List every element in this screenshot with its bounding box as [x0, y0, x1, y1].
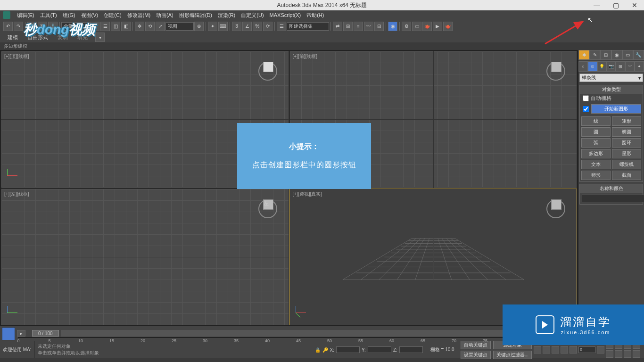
menu-animation[interactable]: 动画(A) [153, 12, 176, 19]
donut-button[interactable]: 圆环 [612, 138, 641, 148]
display-tab[interactable]: ▭ [622, 50, 633, 60]
category-dropdown[interactable]: 样条线 ▾ [579, 74, 643, 82]
shapes-subtab[interactable]: ⊙ [588, 61, 597, 72]
named-selection-dropdown[interactable]: 图建选择集 [287, 22, 329, 31]
prev-frame-button[interactable] [543, 346, 550, 354]
star-button[interactable]: 星形 [612, 149, 641, 158]
start-new-checkbox[interactable] [583, 106, 589, 112]
spinner-snap-button[interactable]: ⟳ [263, 22, 272, 31]
named-sel-button[interactable]: ☰ [277, 22, 286, 31]
render-frame-button[interactable]: ▭ [412, 22, 421, 31]
object-name-input[interactable] [582, 195, 644, 202]
helpers-subtab[interactable]: ⊞ [616, 61, 625, 72]
text-button[interactable]: 文本 [581, 160, 611, 169]
ellipse-button[interactable]: 椭圆 [612, 127, 641, 137]
undo-button[interactable]: ↶ [3, 22, 13, 31]
snap-toggle-button[interactable]: 3 [232, 22, 241, 31]
cameras-subtab[interactable]: 📷 [607, 61, 616, 72]
autogrid-checkbox[interactable] [583, 95, 589, 101]
ref-coord-dropdown[interactable]: 视图 [165, 22, 194, 31]
app-icon[interactable] [3, 11, 10, 19]
motion-tab[interactable]: ◉ [611, 50, 622, 60]
viewport-label-top[interactable]: [+][顶][线框] [4, 53, 29, 60]
max-toggle-button[interactable] [633, 350, 640, 358]
play-button[interactable]: ▸ [17, 330, 25, 337]
helix-button[interactable]: 螺旋线 [612, 160, 641, 169]
systems-subtab[interactable]: ✦ [635, 61, 644, 72]
menu-edit[interactable]: 编辑(E) [14, 12, 37, 19]
maximize-button[interactable]: ▢ [606, 0, 625, 10]
menu-customize[interactable]: 自定义(U) [238, 12, 266, 19]
pivot-button[interactable]: ⊕ [194, 22, 204, 31]
render-prod-button[interactable]: ▶ [433, 22, 442, 31]
current-frame-input[interactable] [578, 346, 595, 353]
setkey-button[interactable]: 设置关键点 [461, 351, 491, 359]
menu-help[interactable]: 帮助(H) [304, 12, 327, 19]
layers-button[interactable]: ≡ [354, 22, 363, 31]
render-setup-button[interactable]: ⚙ [402, 22, 411, 31]
menu-render[interactable]: 渲染(R) [215, 12, 238, 19]
viewport-label-left[interactable]: [+][左][线框] [4, 191, 29, 197]
y-input[interactable] [368, 346, 391, 353]
menu-group[interactable]: 组(G) [60, 12, 78, 19]
pan-button[interactable] [615, 350, 622, 358]
next-frame-button[interactable] [561, 346, 568, 354]
mirror-button[interactable]: ⇄ [333, 22, 342, 31]
rectangle-button[interactable]: 矩形 [612, 116, 641, 126]
time-config-button[interactable] [597, 346, 604, 354]
fov-button[interactable] [606, 350, 613, 358]
line-button[interactable]: 线 [581, 116, 611, 126]
utilities-tab[interactable]: 🔧 [633, 50, 644, 60]
circle-button[interactable]: 圆 [581, 127, 611, 137]
material-editor-button[interactable]: ◉ [388, 22, 397, 31]
menu-create[interactable]: 创建(C) [101, 12, 124, 19]
keyboard-button[interactable]: ⌨ [218, 22, 228, 31]
viewport-label-persp[interactable]: [+][透视][真实] [293, 191, 322, 197]
section-button[interactable]: 截面 [612, 171, 641, 180]
teapot-icon[interactable]: 🫖 [443, 22, 453, 31]
minimize-button[interactable]: — [587, 0, 606, 10]
start-new-button[interactable]: 开始新图形 [591, 104, 641, 114]
x-input[interactable] [336, 346, 360, 353]
tab-modeling[interactable]: 建模 [3, 34, 23, 41]
hierarchy-tab[interactable]: ⊟ [600, 50, 611, 60]
render-button[interactable]: 🫖 [422, 22, 432, 31]
modify-tab[interactable]: ✎ [589, 50, 600, 60]
viewport-label-front[interactable]: [+][前][线框] [293, 53, 318, 60]
goto-end-button[interactable] [570, 346, 577, 354]
time-handle[interactable]: 0 / 100 [32, 330, 59, 337]
ribbon-toggle-button[interactable]: ▾ [95, 33, 105, 42]
close-button[interactable]: ✕ [625, 0, 644, 10]
z-input[interactable] [399, 346, 423, 353]
arc-button[interactable]: 弧 [581, 138, 611, 148]
viewcube[interactable] [258, 57, 277, 76]
key-icon[interactable]: 🔑 [322, 347, 328, 353]
viewcube[interactable]: 左 [258, 195, 277, 214]
manipulate-button[interactable]: ✦ [208, 22, 217, 31]
viewport-layout-button[interactable] [2, 327, 15, 340]
menu-graph[interactable]: 图形编辑器(D) [176, 12, 215, 19]
align-button[interactable]: ⊞ [343, 22, 353, 31]
goto-start-button[interactable] [534, 346, 541, 354]
redo-button[interactable]: ↷ [14, 22, 23, 31]
move-button[interactable]: ✥ [135, 22, 144, 31]
menu-modifiers[interactable]: 修改器(M) [124, 12, 154, 19]
schematic-button[interactable]: ⊟ [374, 22, 384, 31]
orbit-button[interactable] [624, 350, 631, 358]
angle-snap-button[interactable]: ∠ [242, 22, 252, 31]
menu-tools[interactable]: 工具(T) [37, 12, 60, 19]
create-tab[interactable]: ✱ [578, 50, 589, 60]
window-crossing-button[interactable]: ◧ [121, 22, 131, 31]
lights-subtab[interactable]: 💡 [597, 61, 607, 72]
select-rect-button[interactable]: ◫ [111, 22, 120, 31]
geometry-subtab[interactable]: ○ [578, 61, 588, 72]
keyfilter-button[interactable]: 关键点过滤器... [493, 351, 532, 359]
menu-maxscript[interactable]: MAXScript(X) [267, 12, 304, 18]
menu-view[interactable]: 视图(V) [78, 12, 101, 19]
play-anim-button[interactable] [552, 346, 559, 354]
egg-button[interactable]: 卵形 [581, 171, 611, 180]
scale-button[interactable]: ⤢ [156, 22, 165, 31]
viewcube[interactable] [546, 57, 565, 76]
ngon-button[interactable]: 多边形 [581, 149, 611, 158]
rotate-button[interactable]: ⟲ [145, 22, 155, 31]
